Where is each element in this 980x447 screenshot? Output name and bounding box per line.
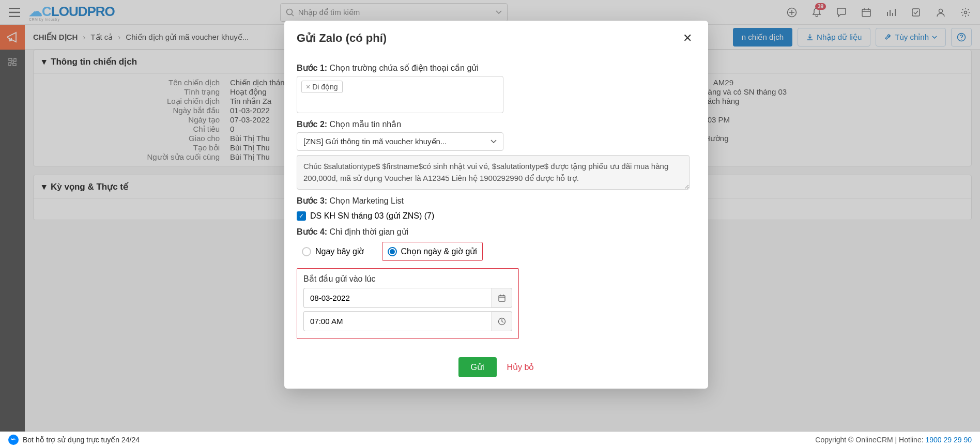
radio-label: Chọn ngày & giờ gửi	[401, 246, 477, 256]
modal-header: Gửi Zalo (có phí) ✕	[284, 21, 708, 51]
clock-icon[interactable]	[492, 311, 512, 331]
schedule-datetime-block: Bắt đầu gửi vào lúc	[297, 268, 519, 339]
bot-label: Bot hỗ trợ sử dụng trực tuyến 24/24	[23, 436, 140, 444]
template-select[interactable]: [ZNS] Gửi thông tin mã voucher khuyến...	[297, 132, 503, 151]
radio-now[interactable]: Ngay bây giờ	[297, 242, 370, 260]
template-preview[interactable]: Chúc $salutationtype$ $firstname$có sinh…	[297, 155, 690, 190]
svg-rect-8	[499, 296, 505, 301]
marketing-list-row[interactable]: ✓ DS KH SN tháng 03 (gửi ZNS) (7)	[297, 211, 696, 221]
radio-schedule[interactable]: Chọn ngày & giờ gửi	[382, 242, 483, 261]
calendar-icon[interactable]	[492, 288, 512, 308]
radio-icon	[302, 247, 311, 256]
modal-title: Gửi Zalo (có phí)	[297, 32, 387, 45]
footer: Bot hỗ trợ sử dụng trực tuyến 24/24 Copy…	[0, 431, 980, 447]
close-icon[interactable]: ✕	[679, 30, 696, 47]
send-zalo-modal: Gửi Zalo (có phí) ✕ Bước 1: Chọn trường …	[284, 21, 708, 389]
step4-label: Bước 4: Chỉ định thời gian gửi	[297, 227, 696, 237]
remove-tag-icon[interactable]: ×	[306, 83, 310, 91]
radio-icon	[388, 247, 397, 256]
step1-label: Bước 1: Chọn trường chứa số điện thoại c…	[297, 63, 696, 73]
step2-label: Bước 2: Chọn mẫu tin nhắn	[297, 119, 696, 129]
checkbox-icon[interactable]: ✓	[297, 211, 306, 221]
send-button[interactable]: Gửi	[458, 357, 497, 377]
schedule-label: Bắt đầu gửi vào lúc	[303, 274, 512, 284]
step3-label: Bước 3: Chọn Marketing List	[297, 196, 696, 206]
modal-footer: Gửi Hủy bỏ	[284, 349, 708, 389]
schedule-radio-group: Ngay bây giờ Chọn ngày & giờ gửi	[297, 242, 696, 261]
modal-body: Bước 1: Chọn trường chứa số điện thoại c…	[284, 51, 708, 349]
messenger-icon	[8, 435, 19, 445]
chevron-down-icon	[491, 140, 497, 144]
time-input[interactable]	[303, 311, 492, 331]
cancel-button[interactable]: Hủy bỏ	[507, 362, 534, 372]
hotline-link[interactable]: 1900 29 29 90	[925, 436, 972, 444]
select-value: [ZNS] Gửi thông tin mã voucher khuyến...	[303, 137, 447, 146]
date-input-group	[303, 288, 512, 308]
tag-label: Di động	[312, 83, 338, 91]
radio-label: Ngay bây giờ	[315, 246, 364, 256]
time-input-group	[303, 311, 512, 331]
copyright: Copyright © OnlineCRM | Hotline: 1900 29…	[815, 436, 972, 444]
date-input[interactable]	[303, 288, 492, 308]
phone-field-box[interactable]: × Di động	[297, 76, 503, 113]
phone-tag: × Di động	[301, 81, 343, 93]
marketing-list-label: DS KH SN tháng 03 (gửi ZNS) (7)	[310, 211, 434, 221]
bot-support[interactable]: Bot hỗ trợ sử dụng trực tuyến 24/24	[8, 435, 140, 445]
